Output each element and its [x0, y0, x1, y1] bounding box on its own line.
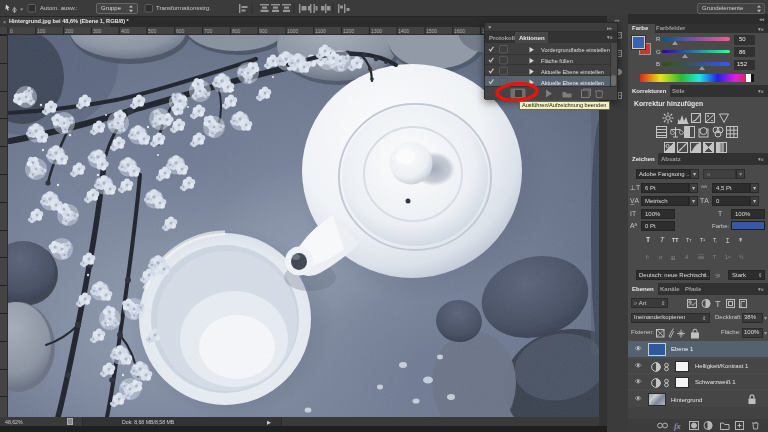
svg-text:100: 100 — [37, 28, 46, 34]
svg-text:400: 400 — [121, 28, 130, 34]
svg-text:500: 500 — [148, 28, 157, 34]
svg-text:T: T — [715, 299, 721, 309]
svg-text:800: 800 — [232, 28, 241, 34]
svg-text:fx: fx — [674, 421, 681, 431]
svg-text:1500: 1500 — [426, 28, 437, 34]
svg-text:200: 200 — [65, 28, 74, 34]
svg-text:900: 900 — [259, 28, 268, 34]
svg-text:1600: 1600 — [454, 28, 465, 34]
svg-text:1400: 1400 — [398, 28, 409, 34]
svg-text:0: 0 — [10, 28, 13, 34]
svg-text:600: 600 — [176, 28, 185, 34]
svg-text:1100: 1100 — [315, 28, 326, 34]
svg-text:1000: 1000 — [287, 28, 298, 34]
svg-text:1200: 1200 — [343, 28, 354, 34]
svg-text:1300: 1300 — [371, 28, 382, 34]
svg-text:300: 300 — [93, 28, 102, 34]
svg-text:700: 700 — [204, 28, 213, 34]
